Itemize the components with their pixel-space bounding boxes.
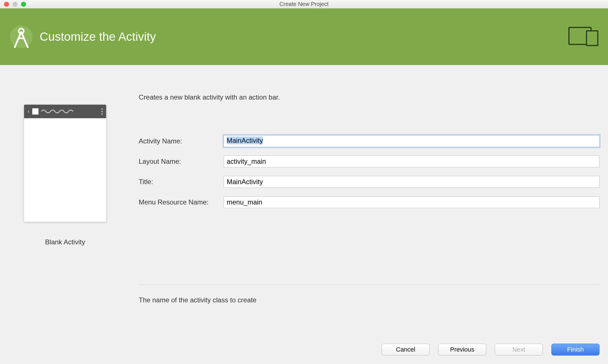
page-title: Customize the Activity [40, 30, 156, 44]
app-icon-placeholder [32, 108, 38, 115]
preview-actionbar: ‹ [24, 105, 106, 118]
close-window-button[interactable] [4, 2, 9, 7]
help-text: The name of the activity class to create [139, 296, 600, 304]
title-row: Title: [139, 176, 600, 188]
header-banner: Customize the Activity [0, 8, 608, 65]
cancel-button[interactable]: Cancel [382, 344, 430, 356]
layout-name-row: Layout Name: [139, 156, 600, 167]
menu-resource-name-input[interactable] [224, 196, 600, 208]
next-button: Next [495, 344, 543, 356]
title-label: Title: [139, 178, 224, 186]
devices-icon [568, 27, 600, 47]
title-input[interactable] [224, 176, 600, 188]
layout-name-input[interactable] [224, 156, 600, 167]
menu-resource-name-row: Menu Resource Name: [139, 196, 600, 208]
activity-name-label: Activity Name: [139, 137, 224, 145]
svg-rect-3 [586, 31, 598, 46]
title-wave-icon [41, 109, 99, 114]
divider [139, 285, 600, 285]
activity-name-input[interactable]: MainActivity [224, 135, 600, 147]
description-text: Creates a new blank activity with an act… [139, 93, 600, 101]
header-left: Customize the Activity [8, 24, 156, 49]
finish-button[interactable]: Finish [551, 344, 600, 356]
zoom-window-button[interactable] [21, 2, 26, 7]
back-chevron-icon: ‹ [27, 108, 29, 115]
menu-resource-name-label: Menu Resource Name: [139, 198, 224, 206]
preview-panel: ‹ Blank Activity [8, 76, 122, 332]
preview-label: Blank Activity [45, 238, 85, 246]
previous-button[interactable]: Previous [438, 344, 486, 356]
minimize-window-button[interactable] [12, 2, 18, 7]
android-studio-icon [8, 24, 34, 49]
button-bar: Cancel Previous Next Finish [0, 338, 608, 364]
window-title: Create New Project [279, 1, 328, 7]
content-area: ‹ Blank Activity Creates a [0, 65, 608, 338]
wizard-window: Create New Project Customize the Activit… [0, 0, 608, 364]
form-panel: Creates a new blank activity with an act… [139, 76, 600, 332]
overflow-menu-icon [101, 108, 103, 115]
activity-preview: ‹ [24, 105, 106, 222]
layout-name-label: Layout Name: [139, 158, 224, 165]
window-controls [0, 2, 26, 7]
activity-name-row: Activity Name: MainActivity [139, 135, 600, 147]
titlebar: Create New Project [0, 0, 608, 8]
